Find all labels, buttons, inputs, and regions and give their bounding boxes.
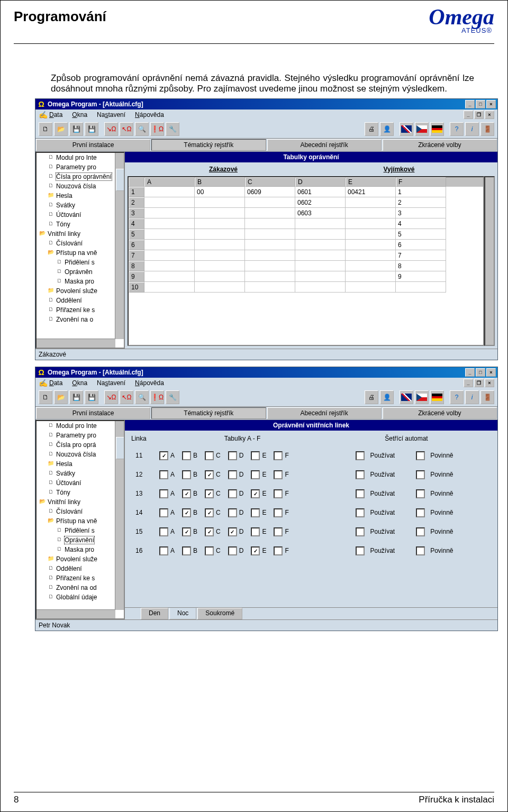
tree-panel[interactable]: Modul pro InteParametry proČísla pro opr… [35,152,125,349]
cell[interactable] [144,282,195,293]
tree-item[interactable]: Nouzová čísla [37,450,124,459]
cell[interactable]: 8 [396,261,446,271]
checkbox-pouzivat[interactable] [356,527,365,536]
checkbox-E[interactable] [251,527,260,536]
cell[interactable] [245,261,295,271]
alert-button[interactable]: ❗Ω [150,390,164,404]
checkbox-D[interactable] [228,527,237,536]
checkbox-C[interactable] [205,546,214,555]
col-header[interactable]: B [195,177,245,187]
menu-data[interactable]: Data [49,111,62,118]
menu-napoveda[interactable]: Nápověda [135,379,164,387]
menu-okna[interactable]: Okna [72,111,87,118]
tree-item[interactable]: Čísla pro oprávnění [37,172,124,181]
cell[interactable] [195,271,245,282]
checkbox-povinne[interactable] [416,451,425,460]
mdi-restore-button[interactable]: ❐ [474,379,484,387]
checkbox-C[interactable] [205,508,214,517]
checkbox-F[interactable] [274,470,283,479]
tab-abecedni-rejstrik[interactable]: Abecední rejstřík [267,407,382,419]
tree-item[interactable]: Globální údaje [37,592,124,602]
tree-item[interactable]: Parametry pro [37,162,124,172]
close-button[interactable]: × [486,368,496,377]
new-button[interactable]: 🗋 [39,390,52,404]
exit-button[interactable]: 🚪 [480,390,494,404]
maximize-button[interactable]: □ [476,100,485,108]
tools-button[interactable]: 🔧 [166,122,179,136]
tab-zkracene-volby[interactable]: Zkrácené volby [383,407,497,419]
tree-scrollbar-vertical[interactable] [115,153,124,339]
checkbox-C[interactable] [205,489,214,498]
cell[interactable]: 0609 [245,187,295,197]
tree-scrollbar-horizontal[interactable] [37,609,115,618]
cell[interactable] [346,240,396,250]
tree-item[interactable]: Přiřazení ke s [37,573,124,583]
user-button[interactable]: 👤 [380,122,394,136]
menu-napoveda[interactable]: Nápověda [135,111,164,118]
checkbox-F[interactable] [274,527,283,536]
tree-item[interactable]: Zvonění na od [37,583,124,592]
checkbox-A[interactable] [159,470,168,479]
cell[interactable] [144,250,195,261]
cell[interactable] [396,282,446,293]
checkbox-E[interactable] [251,470,260,479]
tab-prvni-instalace[interactable]: První instalace [36,139,150,151]
checkbox-D[interactable] [228,508,237,517]
col-header[interactable]: C [245,177,295,187]
tree-item[interactable]: Hesla [37,459,124,469]
tree-item[interactable]: Tóny [37,488,124,497]
cell[interactable] [144,218,195,229]
menu-nastaveni[interactable]: Nastavení [97,111,125,118]
close-button[interactable]: × [486,100,496,108]
tree-item[interactable]: Modul pro Inte [37,421,124,431]
open-button[interactable]: 📂 [54,122,68,136]
checkbox-F[interactable] [274,489,283,498]
download-button[interactable]: ↘Ω [104,122,118,136]
checkbox-povinne[interactable] [416,489,425,498]
cell[interactable]: 0602 [295,197,346,208]
cell[interactable] [346,271,396,282]
cell[interactable] [195,282,245,293]
info-button[interactable]: i [465,390,479,404]
tree-item[interactable]: Účtování [37,478,124,488]
cell[interactable] [245,271,295,282]
cell[interactable] [195,240,245,250]
search-button[interactable]: 🔍 [135,390,149,404]
cell[interactable] [195,197,245,208]
mdi-restore-button[interactable]: ❐ [474,111,484,119]
tree-item[interactable]: Přidělení s [37,258,124,267]
cell[interactable] [245,218,295,229]
grid-scrollbar[interactable] [484,176,495,346]
tree-item[interactable]: Oddělení [37,564,124,573]
maximize-button[interactable]: □ [476,368,485,377]
cell[interactable]: 9 [396,271,446,282]
save-button[interactable]: 💾 [69,390,83,404]
cell[interactable] [295,250,346,261]
checkbox-A[interactable] [159,451,168,460]
open-button[interactable]: 📂 [54,390,68,404]
tree-item[interactable]: Přístup na vně [37,248,124,258]
cell[interactable] [245,229,295,240]
checkbox-D[interactable] [228,470,237,479]
ftab-noc[interactable]: Noc [169,608,196,619]
tree-item[interactable]: Hesla [37,191,124,200]
tree-item[interactable]: Oprávnění [37,535,124,545]
cell[interactable]: 4 [396,218,446,229]
save-button[interactable]: 💾 [69,122,83,136]
tree-item[interactable]: Maska pro [37,277,124,286]
cell[interactable]: 00 [195,187,245,197]
cell[interactable] [195,250,245,261]
minimize-button[interactable]: _ [465,368,475,377]
new-button[interactable]: 🗋 [39,122,52,136]
tree-scrollbar-horizontal[interactable] [37,339,115,348]
cell[interactable] [346,250,396,261]
tools-button[interactable]: 🔧 [166,390,179,404]
checkbox-D[interactable] [228,451,237,460]
checkbox-povinne[interactable] [416,546,425,555]
cell[interactable]: 7 [396,250,446,261]
col-header[interactable]: E [346,177,396,187]
tree-item[interactable]: Oddělení [37,296,124,305]
cell[interactable] [295,271,346,282]
cell[interactable] [144,208,195,218]
cell[interactable]: 0601 [295,187,346,197]
